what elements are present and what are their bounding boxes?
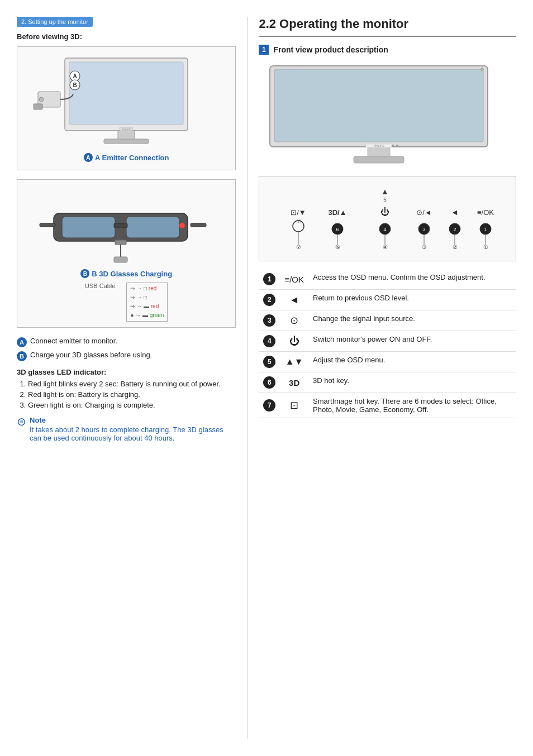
svg-point-22 [179, 223, 185, 228]
row-icon-5: ▲▼ [280, 352, 308, 372]
table-row: 6 3D 3D hot key. [259, 372, 516, 393]
svg-rect-3 [104, 139, 149, 143]
svg-text:2: 2 [454, 227, 456, 232]
row-icon-3: ⊙ [280, 310, 308, 331]
glasses-svg [31, 185, 221, 269]
row-number-7: 7 [263, 399, 275, 412]
button-diagram: ▲ 5 ⊡/▼ ⑦ 3D/▲ 6 ⏻ 4 ⊙/◄ 3 [259, 176, 516, 261]
table-row: 2 ◄ Return to previous OSD level. [259, 290, 516, 310]
row-icon-1: ≡/OK [280, 269, 308, 290]
led-item-2: Red light is on: Battery is charging. [28, 390, 236, 399]
svg-text:⑦: ⑦ [296, 218, 301, 224]
emitter-label: A A Emitter Connection [84, 153, 169, 162]
note-title: Note [30, 416, 236, 424]
instruction-b: B Charge your 3D glasses before using. [17, 351, 236, 361]
row-desc-7: SmartImage hot key. There are 6 modes to… [308, 393, 516, 418]
svg-text:5: 5 [384, 197, 387, 203]
row-desc-4: Switch monitor's power ON and OFF. [308, 331, 516, 352]
svg-text:⏻: ⏻ [380, 207, 389, 217]
svg-point-31 [396, 145, 398, 147]
svg-point-25 [480, 68, 484, 71]
row-desc-5: Adjust the OSD menu. [308, 352, 516, 372]
color-legend: ⇒ → □ red ⇒ → □ ⇒ → ▬ red ● → ▬ green [126, 283, 168, 322]
svg-text:⊙/◄: ⊙/◄ [417, 208, 432, 217]
led-section: 3D glasses LED indicator: Red light blin… [17, 368, 236, 409]
note-icon: ⊜ [17, 416, 26, 427]
svg-rect-26 [368, 146, 390, 157]
svg-text:3: 3 [423, 227, 426, 232]
svg-text:A: A [73, 73, 77, 79]
led-list: Red light blinks every 2 sec: Battery is… [17, 380, 236, 409]
svg-rect-1 [69, 62, 183, 125]
table-row: 3 ⊙ Change the signal input source. [259, 310, 516, 331]
led-item-3: Green light is on: Charging is complete. [28, 401, 236, 409]
svg-rect-17 [40, 223, 55, 227]
svg-rect-24 [274, 69, 483, 142]
led-heading: 3D glasses LED indicator: [17, 368, 236, 376]
monitor-emitter-svg: PHILIPS A B [31, 52, 221, 153]
svg-rect-27 [354, 156, 404, 163]
svg-text:⑥: ⑥ [335, 244, 340, 250]
svg-text:≡/OK: ≡/OK [477, 208, 494, 217]
table-row: 4 ⏻ Switch monitor's power ON and OFF. [259, 331, 516, 352]
note-box: ⊜ Note It takes about 2 hours to complet… [17, 416, 236, 442]
svg-point-30 [392, 145, 394, 147]
table-row: 1 ≡/OK Access the OSD menu. Confirm the … [259, 269, 516, 290]
svg-text:▲: ▲ [381, 187, 389, 196]
svg-text:1: 1 [484, 227, 487, 232]
svg-rect-2 [118, 131, 135, 140]
svg-text:①: ① [483, 244, 488, 250]
monitor-product-image: PHILIPS [259, 61, 516, 169]
front-view-heading: Front view product description [273, 45, 388, 54]
svg-text:⑦: ⑦ [296, 244, 301, 250]
note-text: It takes about 2 hours to complete charg… [30, 425, 236, 442]
row-icon-2: ◄ [280, 290, 308, 310]
row-desc-1: Access the OSD menu. Confirm the OSD adj… [308, 269, 516, 290]
svg-text:4: 4 [384, 227, 387, 232]
before-viewing-heading: Before viewing 3D: [17, 32, 236, 41]
section-2-2-title: 2.2 Operating the monitor [259, 17, 516, 37]
glasses-label: B B 3D Glasses Charging [80, 269, 172, 278]
row-number-4: 4 [263, 335, 275, 347]
row-number-1: 1 [263, 273, 275, 285]
svg-rect-12 [34, 104, 42, 109]
svg-rect-16 [114, 223, 127, 228]
svg-rect-15 [126, 217, 179, 238]
svg-text:6: 6 [336, 227, 339, 232]
row-desc-6: 3D hot key. [308, 372, 516, 393]
row-number-5: 5 [263, 356, 275, 368]
svg-text:④: ④ [383, 244, 388, 250]
description-table: 1 ≡/OK Access the OSD menu. Confirm the … [259, 269, 516, 418]
row-number-2: 2 [263, 294, 275, 306]
led-item-1: Red light blinks every 2 sec: Battery is… [28, 380, 236, 388]
row-desc-3: Change the signal input source. [308, 310, 516, 331]
svg-text:PHILIPS: PHILIPS [122, 128, 131, 131]
row-number-6: 6 [263, 376, 275, 389]
glasses-diagram: B B 3D Glasses Charging USB Cable ⇒ → □ … [17, 179, 236, 328]
svg-rect-18 [191, 223, 206, 227]
row-icon-4: ⏻ [280, 331, 308, 352]
table-row: 7 ⊡ SmartImage hot key. There are 6 mode… [259, 393, 516, 418]
emitter-diagram: PHILIPS A B A A Emitter Connection [17, 46, 236, 170]
row-icon-7: ⊡ [280, 393, 308, 418]
svg-text:⊡/▼: ⊡/▼ [291, 208, 306, 217]
row-desc-2: Return to previous OSD level. [308, 290, 516, 310]
heading-number: 1 [259, 45, 269, 55]
svg-text:B: B [73, 82, 77, 88]
table-row: 5 ▲▼ Adjust the OSD menu. [259, 352, 516, 372]
svg-text:3D/▲: 3D/▲ [329, 208, 347, 217]
instruction-a: A Connect emitter to monitor. [17, 337, 236, 347]
svg-point-11 [39, 97, 44, 102]
product-monitor-svg: PHILIPS [259, 61, 499, 168]
svg-text:②: ② [453, 244, 458, 250]
row-number-3: 3 [263, 314, 275, 327]
svg-text:PHILIPS: PHILIPS [374, 144, 385, 147]
button-diagram-svg: ▲ 5 ⊡/▼ ⑦ 3D/▲ 6 ⏻ 4 ⊙/◄ 3 [265, 184, 505, 251]
row-icon-6: 3D [280, 372, 308, 393]
svg-text:③: ③ [422, 244, 427, 250]
svg-text:◄: ◄ [451, 208, 459, 217]
breadcrumb: 2. Setting up the monitor [17, 17, 93, 27]
svg-rect-14 [62, 217, 115, 238]
usb-cable-label: USB Cable [85, 283, 115, 289]
svg-rect-19 [115, 240, 126, 245]
